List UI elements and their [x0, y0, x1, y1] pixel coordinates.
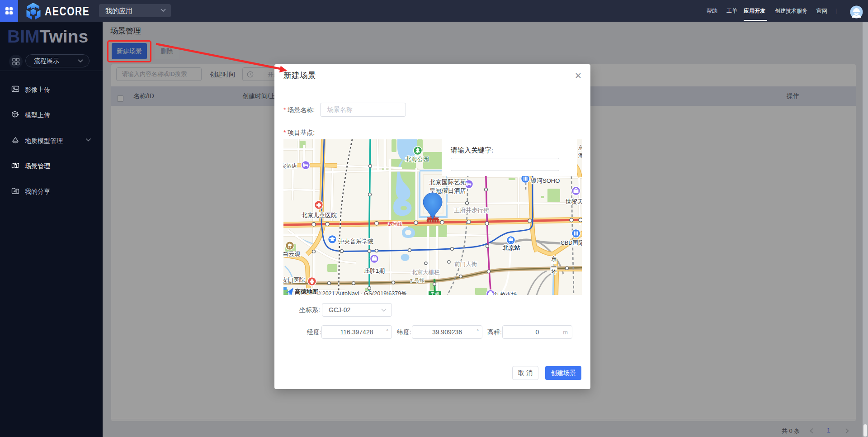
svg-text:王府井步行街: 王府井步行街 — [454, 207, 489, 214]
svg-text:海: 海 — [578, 152, 582, 159]
svg-text:银河SOHO: 银河SOHO — [530, 177, 560, 184]
svg-text:宾酒店: 宾酒店 — [283, 163, 297, 169]
svg-text:庄胜1期: 庄胜1期 — [364, 267, 385, 274]
svg-text:世贸天地: 世贸天地 — [566, 198, 582, 205]
svg-text:1-号线: 1-号线 — [388, 221, 402, 227]
svg-text:7-号线: 7-号线 — [410, 277, 425, 284]
svg-text:二: 二 — [551, 262, 557, 268]
svg-text:东: 东 — [551, 256, 557, 262]
svg-text:© 2021 AutoNavi - GS(2019)6379: © 2021 AutoNavi - GS(2019)6379号 — [316, 290, 407, 295]
svg-text:前门大街: 前门大街 — [454, 261, 477, 267]
svg-text:安门医院: 安门医院 — [283, 277, 305, 283]
svg-text:北海公园: 北海公园 — [406, 156, 429, 162]
svg-text:白云观: 白云观 — [283, 251, 300, 257]
svg-text:高德地图: 高德地图 — [295, 288, 318, 295]
svg-text:北京国际艺苑: 北京国际艺苑 — [429, 179, 467, 185]
svg-text:北京儿童医院: 北京儿童医院 — [302, 212, 337, 218]
svg-text:中央音乐学院: 中央音乐学院 — [338, 238, 373, 245]
svg-text:北京站: 北京站 — [502, 244, 520, 251]
svg-text:京: 京 — [578, 144, 582, 151]
svg-text:CBD国际大: CBD国际大 — [561, 240, 582, 246]
svg-text:红桥市场: 红桥市场 — [494, 291, 517, 295]
svg-text:环: 环 — [551, 268, 557, 275]
svg-text:北京大栅栏: 北京大栅栏 — [411, 269, 440, 276]
svg-text:天桥: 天桥 — [430, 292, 439, 295]
